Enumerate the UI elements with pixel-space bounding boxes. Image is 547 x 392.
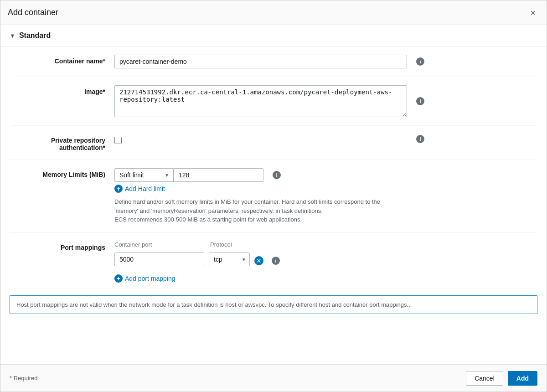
container-port-col-label: Container port	[114, 241, 206, 248]
section-title: Standard	[19, 31, 51, 40]
section-header: ▼ Standard	[0, 25, 547, 46]
protocol-select[interactable]: tcp udp	[209, 253, 250, 266]
container-name-input[interactable]	[114, 55, 407, 68]
memory-limits-label: Memory Limits (MiB)	[10, 168, 114, 178]
modal-header: Add container ×	[0, 0, 547, 25]
memory-limits-row: Memory Limits (MiB) Soft limit Hard limi…	[10, 160, 537, 233]
add-hard-limit-icon: +	[114, 185, 123, 193]
memory-helper-text: Define hard and/or soft memory limits in…	[114, 197, 388, 224]
container-name-row: Container name* i	[10, 46, 537, 77]
add-button[interactable]: Add	[508, 371, 537, 386]
remove-port-mapping-button[interactable]: ✕	[254, 256, 263, 265]
cancel-button[interactable]: Cancel	[466, 371, 503, 386]
port-mappings-field: Container port Protocol tcp udp	[114, 241, 424, 283]
memory-info-icon[interactable]: i	[273, 171, 281, 179]
memory-value-input[interactable]	[174, 168, 263, 182]
private-repo-label: Private repository authentication*	[10, 134, 114, 151]
private-repo-checkbox[interactable]	[114, 137, 122, 144]
image-row: Image* 212714531992.dkr.ecr.ca-central-1…	[10, 77, 537, 126]
image-label: Image*	[10, 85, 114, 95]
add-port-mapping-link[interactable]: + Add port mapping	[114, 274, 424, 283]
image-input[interactable]: 212714531992.dkr.ecr.ca-central-1.amazon…	[114, 85, 407, 117]
image-field: 212714531992.dkr.ecr.ca-central-1.amazon…	[114, 85, 424, 117]
info-box: Host port mappings are not valid when th…	[10, 295, 537, 315]
close-button[interactable]: ×	[526, 6, 539, 19]
soft-limit-select-wrapper: Soft limit Hard limit ▼	[114, 168, 174, 182]
add-port-mapping-icon: +	[114, 274, 123, 283]
private-repo-info-icon[interactable]: i	[416, 135, 424, 143]
private-repo-field: i	[114, 134, 424, 144]
footer-actions: Cancel Add	[466, 371, 537, 386]
protocol-col-label: Protocol	[210, 241, 256, 248]
protocol-select-wrapper: tcp udp ▼	[209, 253, 250, 266]
modal-body: ▼ Standard Container name* i	[0, 25, 547, 364]
port-mappings-label: Port mappings	[10, 241, 114, 251]
required-note: * Required	[10, 375, 37, 382]
modal-title: Add container	[8, 8, 58, 17]
container-name-label: Container name*	[10, 55, 114, 65]
modal-footer: * Required Cancel Add	[0, 364, 547, 392]
container-port-input[interactable]	[114, 253, 204, 266]
add-hard-limit-link[interactable]: + Add Hard limit	[114, 185, 165, 193]
image-info-icon[interactable]: i	[416, 97, 424, 105]
container-name-info-icon[interactable]: i	[416, 57, 424, 66]
form-body: Container name* i Image*	[0, 46, 547, 291]
private-repo-row: Private repository authentication* i	[10, 126, 537, 160]
container-name-field: i	[114, 55, 424, 68]
port-mappings-row: Port mappings Container port Protocol	[10, 233, 537, 291]
port-mappings-info-icon[interactable]: i	[272, 257, 280, 265]
soft-limit-select[interactable]: Soft limit Hard limit	[114, 168, 174, 182]
port-mapping-row: tcp udp ▼	[114, 253, 250, 266]
memory-limits-field: Soft limit Hard limit ▼ i	[114, 168, 424, 224]
section-toggle[interactable]: ▼	[10, 32, 15, 39]
